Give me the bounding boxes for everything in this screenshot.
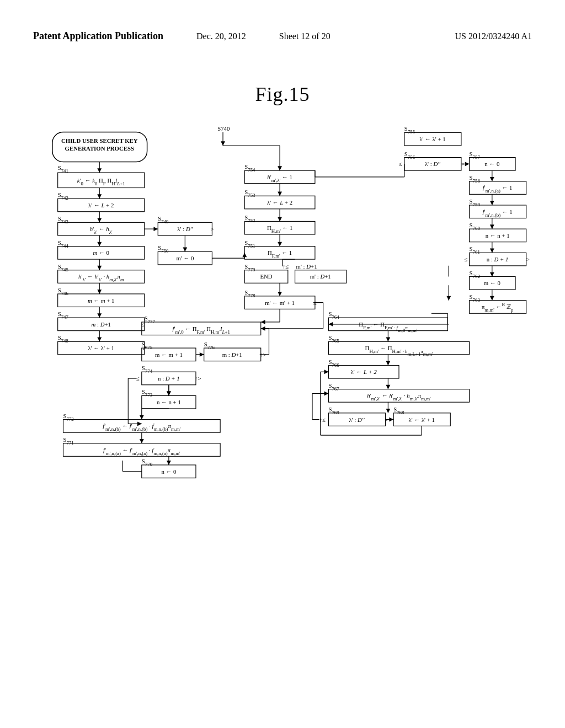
svg-text:CHILD USER SECRET KEY: CHILD USER SECRET KEY (61, 137, 138, 144)
svg-marker-230 (167, 392, 171, 396)
svg-text:>: > (526, 256, 530, 263)
svg-text:m' ← m' + 1: m' ← m' + 1 (265, 299, 295, 306)
svg-text:S743: S743 (58, 215, 69, 224)
svg-marker-22 (97, 242, 102, 247)
svg-marker-198 (278, 166, 282, 170)
svg-text:λ' : D'': λ' : D'' (177, 226, 193, 232)
svg-text:m' : D+1: m' : D+1 (296, 263, 317, 270)
svg-text:n : D + 1: n : D + 1 (487, 256, 509, 263)
svg-marker-195 (389, 417, 393, 422)
svg-text:S740: S740 (217, 125, 230, 132)
svg-marker-248 (324, 370, 329, 374)
svg-text:S774: S774 (142, 365, 153, 374)
svg-text:END: END (260, 273, 272, 280)
svg-text:S746: S746 (58, 287, 69, 296)
svg-text:h'λ' ← hλ': h'λ' ← hλ' (90, 226, 113, 235)
svg-text:S761: S761 (470, 245, 480, 255)
svg-text:n : D + 1: n : D + 1 (158, 375, 180, 382)
svg-text:λ' ← λ' + 1: λ' ← λ' + 1 (88, 345, 114, 351)
svg-text:S750: S750 (158, 244, 169, 254)
svg-marker-161 (490, 248, 494, 253)
pub-date: Dec. 20, 2012 (196, 31, 246, 41)
svg-text:S756: S756 (404, 151, 415, 160)
svg-marker-207 (386, 361, 390, 366)
svg-text:m : D+1: m : D+1 (91, 321, 110, 328)
svg-text:n ← n + 1: n ← n + 1 (486, 232, 510, 239)
svg-text:f'm',n,(b) ← f'm',n,(b) · fm,n: f'm',n,(b) ← f'm',n,(b) · fm,n,(b)πm,m' (103, 422, 181, 432)
svg-text:n ← 0: n ← 0 (161, 468, 176, 475)
svg-marker-66 (278, 191, 282, 196)
svg-marker-141 (465, 162, 470, 166)
svg-text:m' ← 0: m' ← 0 (176, 255, 194, 261)
svg-text:S744: S744 (58, 239, 69, 249)
svg-marker-37 (97, 313, 102, 318)
svg-text:S749: S749 (158, 215, 169, 224)
svg-marker-32 (97, 290, 102, 294)
svg-text:GENERATION PROCESS: GENERATION PROCESS (65, 145, 134, 152)
svg-marker-237 (137, 422, 142, 426)
svg-text:n ← 0: n ← 0 (484, 160, 499, 167)
svg-text:S768: S768 (393, 406, 404, 415)
svg-marker-203 (328, 322, 333, 326)
svg-text:h'm',λ' ← h'm',λ' · hm,λ'πm,m': h'm',λ' ← h'm',λ' · hm,λ'πm,m' (367, 392, 431, 402)
svg-text:S772: S772 (63, 413, 74, 422)
svg-marker-104 (200, 352, 204, 357)
svg-marker-213 (446, 296, 451, 301)
svg-marker-8 (97, 168, 102, 173)
svg-marker-209 (386, 385, 390, 389)
figure-title: Fig.15 (255, 83, 310, 106)
svg-text:≤: ≤ (136, 375, 140, 382)
svg-marker-241 (324, 392, 329, 396)
svg-marker-146 (490, 177, 494, 181)
svg-marker-151 (490, 201, 494, 205)
svg-text:m' : D+1: m' : D+1 (310, 273, 331, 280)
svg-marker-228 (167, 461, 171, 465)
svg-text:≤: ≤ (465, 256, 468, 263)
svg-text:f'm',n,(a) ← f'm',n,(a) · fm,n: f'm',n,(a) ← f'm',n,(a) · fm,n,(a)πm,m' (103, 447, 180, 456)
svg-marker-168 (490, 272, 494, 277)
svg-marker-156 (490, 224, 494, 229)
svg-text:S757: S757 (470, 151, 481, 160)
svg-text:S751: S751 (244, 239, 255, 249)
svg-text:S777: S777 (145, 315, 156, 324)
svg-text:S742: S742 (58, 191, 68, 201)
svg-text:m ← 0: m ← 0 (93, 249, 109, 256)
svg-text:λ' ← λ' + 1: λ' ← λ' + 1 (409, 416, 435, 423)
svg-text:k'0 ← k0 ΠF ΠHIL+1: k'0 ← k0 ΠF ΠHIL+1 (77, 177, 125, 186)
svg-text:S767: S767 (328, 382, 339, 392)
svg-text:S765: S765 (328, 334, 339, 344)
svg-marker-221 (261, 320, 265, 324)
svg-text:S771: S771 (63, 436, 74, 446)
svg-text:S760: S760 (470, 222, 481, 231)
svg-marker-27 (97, 266, 102, 270)
svg-text:↑>: ↑> (195, 375, 201, 382)
patent-label: Patent Application Publication (33, 30, 163, 42)
svg-text:m : D+1: m : D+1 (222, 351, 242, 358)
svg-marker-79 (242, 253, 247, 257)
svg-text:ΠH,m' ← ΠH,m' · hm,L+1πm,m': ΠH,m' ← ΠH,m' · hm,L+1πm,m' (365, 345, 433, 357)
svg-text:S759: S759 (470, 198, 481, 207)
svg-text:h'λ' ← h'λ' · hm,λ'πm: h'λ' ← h'λ' · hm,λ'πm (78, 273, 124, 282)
svg-text:S762: S762 (470, 270, 480, 279)
svg-marker-91 (278, 292, 282, 296)
svg-marker-58 (183, 248, 187, 252)
svg-marker-205 (386, 337, 390, 341)
page-header: Patent Application Publication Dec. 20, … (33, 30, 532, 42)
svg-text:S755: S755 (404, 125, 415, 135)
svg-text:S764: S764 (328, 311, 339, 320)
svg-text:ΠF,m' ← 1: ΠF,m' ← 1 (268, 249, 292, 259)
svg-text:S748: S748 (58, 334, 69, 344)
svg-text:λ' ← L + 2: λ' ← L + 2 (351, 368, 377, 375)
svg-text:f'm',n,(b) ← 1: f'm',n,(b) ← 1 (483, 208, 513, 218)
svg-text:S754: S754 (244, 163, 255, 173)
svg-text:f'm',n,(a) ← 1: f'm',n,(a) ← 1 (483, 184, 513, 194)
svg-marker-12 (97, 194, 102, 199)
svg-text:S752: S752 (244, 214, 255, 223)
svg-text:S778: S778 (244, 289, 255, 298)
svg-text:πm,m' ←R ℤp: πm,m' ←R ℤp (482, 302, 514, 313)
svg-text:S747: S747 (58, 311, 69, 320)
svg-text:f'm',0 ← ΠF,m' ΠH,m'IL+1: f'm',0 ← ΠF,m' ΠH,m'IL+1 (173, 325, 230, 335)
svg-marker-173 (490, 296, 494, 301)
svg-text:λ' : D'': λ' : D'' (425, 160, 441, 167)
svg-marker-53 (153, 227, 158, 231)
